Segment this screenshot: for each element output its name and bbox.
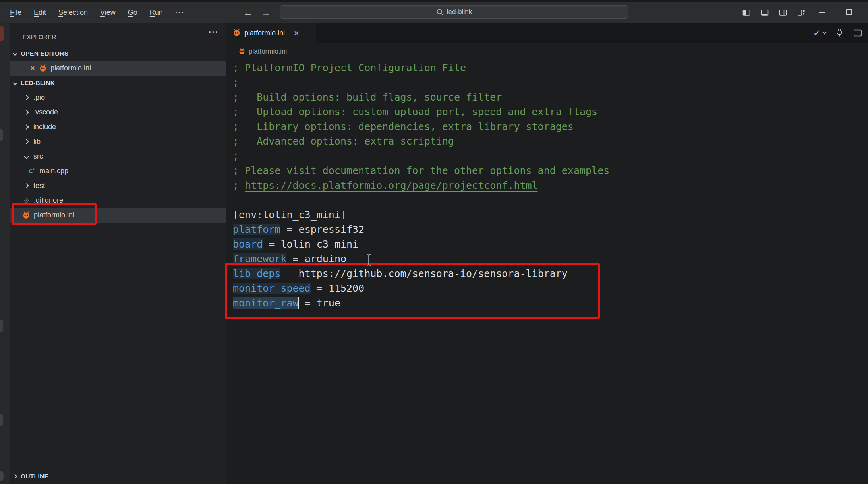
activity-icon-fragment — [0, 129, 3, 141]
command-center-search[interactable]: led-blink — [280, 5, 628, 19]
outline-header[interactable]: OUTLINE — [10, 469, 226, 484]
code-token: ; Library options: dependencies, extra l… — [233, 121, 574, 132]
tree-item-main.cpp[interactable]: C+main.cpp — [10, 164, 226, 178]
menu-view[interactable]: View — [100, 8, 116, 17]
code-token: ; PlatformIO Project Configuration File — [233, 62, 466, 74]
chevron-right-icon — [24, 124, 29, 130]
code-token: ; Upload options: custom upload port, sp… — [233, 106, 597, 118]
tree-item-test[interactable]: test — [10, 178, 226, 193]
code-token: lolin_c3_mini — [280, 238, 358, 250]
file-label: main.cpp — [39, 167, 68, 175]
platformio-icon — [39, 64, 47, 72]
platformio-icon — [238, 48, 246, 55]
tree-item-.pio[interactable]: .pio — [10, 90, 226, 105]
code-token: espressif32 — [299, 224, 365, 235]
text-cursor-pointer — [365, 254, 372, 266]
explorer-sidebar: EXPLORER ··· OPEN EDITORS ×platformio.in… — [10, 23, 226, 484]
cpp-icon: C+ — [28, 167, 36, 175]
open-editor-label: platformio.ini — [50, 64, 91, 72]
code-line-5[interactable]: ; Library options: dependencies, extra l… — [226, 119, 868, 134]
code-token: ; — [233, 77, 239, 88]
code-token: [env:lolin_c3_mini] — [233, 209, 346, 221]
tree-item-src[interactable]: src — [10, 149, 226, 164]
code-token: platform — [233, 224, 280, 235]
code-token: ; Build options: build flags, source fil… — [233, 91, 502, 103]
code-token: ; — [233, 150, 239, 162]
comment-link[interactable]: https://docs.platformio.org/page/project… — [245, 180, 538, 191]
tree-item-include[interactable]: include — [10, 120, 226, 134]
editor-group: platformio.ini × ✓ platformio.ini ; Plat — [226, 23, 868, 484]
toggle-primary-sidebar-icon[interactable] — [742, 8, 751, 17]
search-icon — [436, 8, 444, 16]
menu-more[interactable]: ··· — [175, 8, 185, 17]
code-token: ; Please visit documentation for the oth… — [233, 165, 609, 176]
svg-text:+: + — [33, 168, 35, 172]
chevron-down-icon — [13, 51, 17, 56]
code-line-2[interactable]: ; — [226, 75, 868, 90]
run-button[interactable]: ✓ — [813, 28, 826, 39]
folder-label: lib — [33, 137, 41, 146]
open-editors-header[interactable]: OPEN EDITORS — [10, 46, 226, 61]
nav-forward-button[interactable]: → — [261, 7, 271, 18]
activity-icon-fragment — [0, 471, 4, 481]
code-token: = — [286, 253, 304, 265]
chevron-right-icon — [24, 110, 29, 115]
breadcrumb[interactable]: platformio.ini — [238, 43, 287, 60]
tab-close-icon[interactable]: × — [294, 28, 299, 38]
folder-label: .pio — [33, 93, 45, 102]
code-line-6[interactable]: ; Advanced options: extra scripting — [226, 134, 868, 149]
menu-edit[interactable]: Edit — [34, 8, 46, 17]
menu-run[interactable]: Run — [150, 8, 163, 17]
nav-back-button[interactable]: ← — [243, 7, 253, 18]
activity-icon-fragment — [0, 26, 4, 41]
folder-label: src — [33, 152, 43, 161]
tab-platformio-ini[interactable]: platformio.ini × — [226, 23, 316, 43]
code-line-13[interactable]: board = lolin_c3_mini — [226, 237, 868, 252]
explorer-title: EXPLORER — [10, 29, 226, 44]
serial-monitor-plug-icon[interactable] — [835, 28, 844, 38]
menu-selection[interactable]: Selection — [58, 8, 88, 17]
chevron-down-icon — [13, 81, 17, 85]
code-token: framework — [233, 253, 286, 265]
activity-icon-fragment — [0, 320, 3, 332]
annotation-box-sidebar-file — [12, 203, 97, 225]
explorer-more-actions-button[interactable]: ··· — [207, 28, 221, 39]
close-editor-icon[interactable]: × — [29, 64, 36, 73]
split-editor-icon[interactable] — [853, 28, 862, 38]
code-token: ; Advanced options: extra scripting — [233, 136, 454, 147]
code-line-1[interactable]: ; PlatformIO Project Configuration File — [226, 60, 868, 75]
menu-bar: FileEditSelectionViewGoRun··· — [10, 2, 185, 23]
chevron-down-icon — [24, 154, 29, 159]
menu-go[interactable]: Go — [128, 8, 137, 17]
outline-divider — [10, 467, 226, 467]
code-line-4[interactable]: ; Upload options: custom upload port, sp… — [226, 105, 868, 119]
code-line-10[interactable] — [226, 193, 868, 207]
folder-label: .vscode — [33, 108, 58, 116]
maximize-button[interactable] — [846, 9, 852, 15]
code-token: ; — [233, 180, 245, 191]
vscode-window: FileEditSelectionViewGoRun··· ← → led-bl… — [0, 0, 868, 484]
folder-label: test — [33, 182, 45, 190]
chevron-right-icon — [24, 183, 29, 188]
annotation-box-config-lines — [225, 263, 600, 319]
code-line-8[interactable]: ; Please visit documentation for the oth… — [226, 163, 868, 178]
chevron-right-icon — [24, 95, 29, 100]
toggle-secondary-sidebar-icon[interactable] — [779, 8, 787, 17]
code-line-3[interactable]: ; Build options: build flags, source fil… — [226, 90, 868, 105]
code-line-12[interactable]: platform = espressif32 — [226, 222, 868, 237]
platformio-icon — [233, 29, 241, 37]
customize-layout-icon[interactable] — [797, 8, 806, 17]
code-line-11[interactable]: [env:lolin_c3_mini] — [226, 207, 868, 222]
code-token: = — [263, 238, 280, 250]
project-root-header[interactable]: LED-BLINK — [10, 76, 226, 90]
tree-item-.vscode[interactable]: .vscode — [10, 105, 226, 120]
code-token: = — [280, 224, 298, 235]
menu-file[interactable]: File — [10, 8, 21, 17]
tree-item-lib[interactable]: lib — [10, 134, 226, 149]
open-editor-item-platformio.ini[interactable]: ×platformio.ini — [10, 61, 226, 76]
code-line-7[interactable]: ; — [226, 149, 868, 163]
code-line-9[interactable]: ; https://docs.platformio.org/page/proje… — [226, 178, 868, 193]
title-bar: FileEditSelectionViewGoRun··· ← → led-bl… — [0, 0, 868, 23]
toggle-panel-icon[interactable] — [760, 8, 769, 17]
minimize-button[interactable] — [819, 12, 825, 13]
